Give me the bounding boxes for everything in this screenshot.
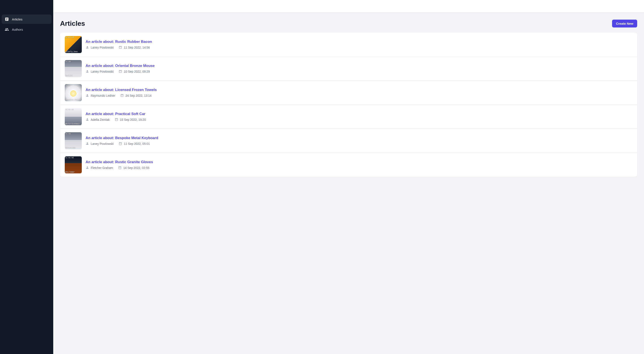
thumb-credit-label: ailorly_tees xyxy=(66,51,81,52)
person-icon xyxy=(86,94,89,98)
page-title: Articles xyxy=(60,20,85,28)
article-meta: Raymundo Ledner 24 Sep 2022, 13:14 xyxy=(86,94,157,98)
sidebar-header xyxy=(0,0,53,13)
sidebar-item-articles[interactable]: Articles xyxy=(2,14,52,24)
article-body: An article about: Licensed Frozen Towels… xyxy=(86,88,157,98)
people-icon xyxy=(5,27,9,32)
article-title-link[interactable]: An article about: Licensed Frozen Towels xyxy=(86,88,157,92)
article-title-link[interactable]: An article about: Bespoke Metal Keyboard xyxy=(86,136,158,140)
article-body: An article about: Rustic Granite Gloves … xyxy=(86,160,153,170)
article-meta: Laney Powlowski 11 Sep 2022, 05:01 xyxy=(86,142,158,146)
person-icon xyxy=(86,46,89,50)
article-author: Laney Powlowski xyxy=(86,46,114,50)
article-thumbnail: cc-nc-sa World Economic xyxy=(65,108,82,125)
thumb-credit-label: SchuminWeb xyxy=(66,147,81,149)
create-new-button[interactable]: Create New xyxy=(612,20,637,28)
article-date-text: 14 Sep 2022, 02:55 xyxy=(123,166,149,170)
article-date-text: 11 Sep 2022, 14:56 xyxy=(124,46,150,49)
thumb-credit-label: Ana.kumar xyxy=(66,171,81,173)
article-body: An article about: Oriental Bronze Mouse … xyxy=(86,64,154,74)
articles-list: cc-nc-nd ailorly_tees An article about: … xyxy=(60,32,637,177)
calendar-icon xyxy=(118,166,122,170)
article-author-name: Raymundo Ledner xyxy=(91,94,115,97)
sidebar-item-authors[interactable]: Authors xyxy=(2,25,52,34)
thumb-credit-label: kenli54 xyxy=(66,75,81,77)
article-thumbnail: cc-sa kenli54 xyxy=(65,60,82,77)
article-author-name: Fletcher Graham xyxy=(91,166,113,170)
thumb-credit-label: World Economic xyxy=(66,123,81,125)
article-meta: Adella Zemlak 15 Sep 2022, 19:20 xyxy=(86,118,146,122)
article-body: An article about: Rustic Rubber Bacon La… xyxy=(86,40,152,50)
article-thumbnail: cc-sa SchuminWeb xyxy=(65,132,82,149)
article-icon xyxy=(5,17,9,21)
article-body: An article about: Practical Soft Car Ade… xyxy=(86,112,146,122)
article-title-link[interactable]: An article about: Rustic Rubber Bacon xyxy=(86,40,152,44)
sidebar-item-label: Authors xyxy=(12,28,23,31)
article-date: 11 Sep 2022, 14:56 xyxy=(118,46,150,50)
calendar-icon xyxy=(118,142,122,146)
article-date: 11 Sep 2022, 05:01 xyxy=(118,142,150,146)
article-date-text: 10 Sep 2022, 09:29 xyxy=(124,70,150,73)
thumb-license-label: cc-sa xyxy=(66,84,81,86)
article-row: cc-nc-nd Ana.kumar An article about: Rus… xyxy=(60,153,637,177)
sidebar: Articles Authors xyxy=(0,0,53,354)
calendar-icon xyxy=(118,46,122,50)
calendar-icon xyxy=(120,94,124,98)
article-author-name: Laney Powlowski xyxy=(91,142,114,146)
content: Articles Create New cc-nc-nd ailorly_tee… xyxy=(53,13,644,184)
article-author: Laney Powlowski xyxy=(86,142,114,146)
article-author: Adella Zemlak xyxy=(86,118,110,122)
thumb-credit-label: burdakov.dmitry xyxy=(66,99,81,101)
sidebar-nav: Articles Authors xyxy=(0,13,53,36)
article-date: 15 Sep 2022, 19:20 xyxy=(115,118,146,122)
page-header: Articles Create New xyxy=(60,20,637,28)
thumb-license-label: cc-nc-sa xyxy=(66,109,81,110)
article-author: Fletcher Graham xyxy=(86,166,113,170)
topbar xyxy=(53,0,644,13)
person-icon xyxy=(86,70,89,74)
main-area: Articles Create New cc-nc-nd ailorly_tee… xyxy=(53,0,644,354)
article-meta: Fletcher Graham 14 Sep 2022, 02:55 xyxy=(86,166,153,170)
article-meta: Laney Powlowski 11 Sep 2022, 14:56 xyxy=(86,46,152,50)
article-title-link[interactable]: An article about: Oriental Bronze Mouse xyxy=(86,64,154,68)
person-icon xyxy=(86,166,89,170)
thumb-license-label: cc-nc-nd xyxy=(66,36,81,38)
article-author-name: Adella Zemlak xyxy=(91,118,110,122)
article-author: Raymundo Ledner xyxy=(86,94,115,98)
thumb-license-label: cc-sa xyxy=(66,133,81,134)
article-date-text: 11 Sep 2022, 05:01 xyxy=(124,142,150,146)
article-thumbnail: cc-sa burdakov.dmitry xyxy=(65,84,82,101)
calendar-icon xyxy=(115,118,118,122)
article-date: 14 Sep 2022, 02:55 xyxy=(118,166,149,170)
person-icon xyxy=(86,118,89,122)
article-author-name: Laney Powlowski xyxy=(91,46,114,49)
article-date-text: 15 Sep 2022, 19:20 xyxy=(120,118,146,122)
person-icon xyxy=(86,142,89,146)
calendar-icon xyxy=(118,70,122,74)
article-thumbnail: cc-nc-nd ailorly_tees xyxy=(65,36,82,53)
article-meta: Laney Powlowski 10 Sep 2022, 09:29 xyxy=(86,70,154,74)
article-row: cc-sa burdakov.dmitry An article about: … xyxy=(60,81,637,105)
article-row: cc-sa SchuminWeb An article about: Bespo… xyxy=(60,129,637,153)
article-title-link[interactable]: An article about: Practical Soft Car xyxy=(86,112,146,116)
article-row: cc-sa kenli54 An article about: Oriental… xyxy=(60,57,637,81)
article-row: cc-nc-sa World Economic An article about… xyxy=(60,105,637,129)
article-title-link[interactable]: An article about: Rustic Granite Gloves xyxy=(86,160,153,164)
article-author: Laney Powlowski xyxy=(86,70,114,74)
thumb-license-label: cc-nc-nd xyxy=(66,157,81,159)
article-author-name: Laney Powlowski xyxy=(91,70,114,73)
thumb-license-label: cc-sa xyxy=(66,60,81,62)
sidebar-item-label: Articles xyxy=(12,18,22,21)
article-date: 24 Sep 2022, 13:14 xyxy=(120,94,152,98)
article-date-text: 24 Sep 2022, 13:14 xyxy=(126,94,152,97)
article-date: 10 Sep 2022, 09:29 xyxy=(118,70,150,74)
article-row: cc-nc-nd ailorly_tees An article about: … xyxy=(60,32,637,57)
article-body: An article about: Bespoke Metal Keyboard… xyxy=(86,136,158,146)
article-thumbnail: cc-nc-nd Ana.kumar xyxy=(65,156,82,174)
